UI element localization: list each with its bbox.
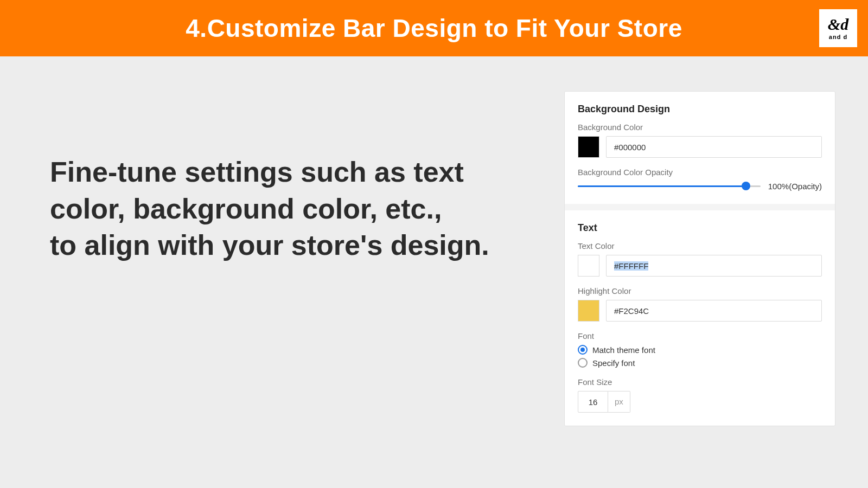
radio-checked-icon (578, 345, 588, 355)
label-background-opacity: Background Color Opacity (578, 168, 822, 177)
background-color-swatch[interactable] (578, 136, 599, 158)
background-design-panel: Background Design Background Color #0000… (565, 92, 835, 204)
text-color-swatch[interactable] (578, 255, 599, 277)
font-size-input[interactable]: 16 (578, 391, 608, 413)
panel-title-text: Text (578, 222, 822, 234)
label-text-color: Text Color (578, 241, 822, 251)
settings-column: Background Design Background Color #0000… (564, 56, 868, 488)
logo-ampersand-icon: &d (828, 16, 848, 33)
radio-match-theme-font[interactable]: Match theme font (578, 345, 822, 355)
highlight-color-input[interactable]: #F2C94C (606, 300, 822, 322)
description-text: Fine-tune settings such as text color, b… (50, 154, 532, 264)
text-panel: Text Text Color #FFFFFF Highlight Color … (565, 210, 835, 426)
slide-header: 4.Customize Bar Design to Fit Your Store… (0, 0, 868, 56)
logo-subtext: and d (829, 34, 847, 40)
font-size-unit: px (608, 391, 630, 413)
radio-label-match: Match theme font (592, 345, 655, 355)
opacity-slider[interactable] (578, 181, 761, 191)
panel-separator (565, 204, 835, 210)
highlight-color-swatch[interactable] (578, 300, 599, 322)
label-background-color: Background Color (578, 123, 822, 132)
description-column: Fine-tune settings such as text color, b… (0, 56, 564, 488)
label-font-size: Font Size (578, 377, 822, 387)
text-color-input[interactable]: #FFFFFF (606, 255, 822, 277)
opacity-value: 100%(Opacity) (768, 182, 822, 191)
background-color-input[interactable]: #000000 (606, 136, 822, 158)
brand-logo: &d and d (819, 9, 857, 47)
panel-title-background: Background Design (578, 104, 822, 115)
label-font: Font (578, 331, 822, 341)
radio-label-specify: Specify font (592, 358, 635, 368)
radio-unchecked-icon (578, 358, 588, 368)
slide-title: 4.Customize Bar Design to Fit Your Store (186, 14, 682, 43)
radio-specify-font[interactable]: Specify font (578, 358, 822, 368)
label-highlight-color: Highlight Color (578, 286, 822, 296)
